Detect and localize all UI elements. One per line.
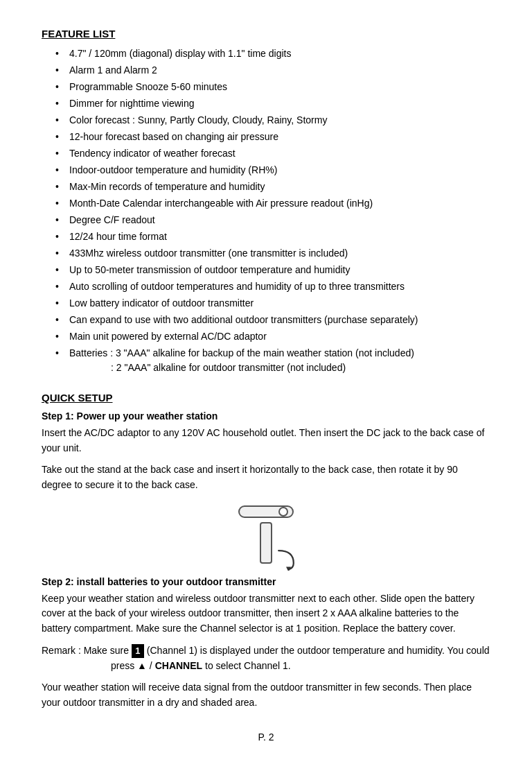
feature-item: 433Mhz wireless outdoor transmitter (one… — [55, 246, 490, 261]
stand-vertical-container — [260, 519, 272, 564]
remark-channel-label: CHANNEL — [155, 660, 202, 671]
remark-press: press ▲ / — [111, 660, 155, 671]
step1-section: Step 1: Power up your weather station In… — [42, 410, 490, 564]
step2-para1: Keep your weather station and wireless o… — [42, 591, 490, 637]
step2-para3: Your weather station will receive data s… — [42, 680, 490, 710]
feature-item: Degree C/F readout — [55, 213, 490, 227]
feature-item: 12/24 hour time format — [55, 230, 490, 244]
step1-heading: Step 1: Power up your weather station — [42, 410, 490, 422]
step1-para2: Take out the stand at the back case and … — [42, 462, 490, 492]
feature-item: Month-Date Calendar interchangeable with… — [55, 196, 490, 211]
feature-item: Alarm 1 and Alarm 2 — [55, 63, 490, 78]
feature-item: Up to 50-meter transmission of outdoor t… — [55, 263, 490, 277]
feature-list-heading: FEATURE LIST — [42, 28, 490, 40]
feature-list-section: FEATURE LIST 4.7" / 120mm (diagonal) dis… — [42, 28, 490, 375]
feature-item: Main unit powered by external AC/DC adap… — [55, 329, 490, 344]
step1-para1: Insert the AC/DC adaptor to any 120V AC … — [42, 426, 490, 456]
remark-mid: (Channel 1) is displayed under the outdo… — [144, 645, 490, 656]
feature-item: Indoor-outdoor temperature and humidity … — [55, 163, 490, 177]
feature-list: 4.7" / 120mm (diagonal) display with 1.1… — [55, 46, 490, 375]
step2-heading: Step 2: install batteries to your outdoo… — [42, 576, 490, 587]
stand-vertical-piece — [260, 522, 272, 564]
feature-item: Can expand to use with two additional ou… — [55, 313, 490, 327]
stand-diagram — [42, 505, 490, 564]
channel-indicator: 1 — [132, 644, 144, 658]
remark-line2-end: to select Channel 1. — [202, 660, 291, 671]
remark-prefix: Remark : Make sure — [42, 645, 132, 656]
feature-item: 12-hour forecast based on changing air p… — [55, 130, 490, 144]
stand-horizontal-piece — [238, 505, 294, 518]
feature-item: Tendency indicator of weather forecast — [55, 146, 490, 161]
feature-item: Color forecast : Sunny, Partly Cloudy, C… — [55, 113, 490, 128]
step2-section: Step 2: install batteries to your outdoo… — [42, 576, 490, 711]
page-number: P. 2 — [42, 731, 490, 743]
feature-item: Dimmer for nighttime viewing — [55, 96, 490, 111]
quick-setup-heading: QUICK SETUP — [42, 392, 490, 404]
feature-item: Auto scrolling of outdoor temperatures a… — [55, 279, 490, 294]
feature-item: Max-Min records of temperature and humid… — [55, 180, 490, 194]
step2-remark: Remark : Make sure 1 (Channel 1) is disp… — [42, 643, 490, 673]
remark-line2: press ▲ / CHANNEL to select Channel 1. — [42, 659, 291, 674]
feature-item: Low battery indicator of outdoor transmi… — [55, 296, 490, 311]
quick-setup-section: QUICK SETUP Step 1: Power up your weathe… — [42, 392, 490, 711]
rotation-arrow-icon — [274, 546, 299, 571]
feature-item: Programmable Snooze 5-60 minutes — [55, 80, 490, 94]
feature-item: Batteries : 3 "AAA" alkaline for backup … — [55, 346, 490, 375]
feature-item: 4.7" / 120mm (diagonal) display with 1.1… — [55, 46, 490, 61]
